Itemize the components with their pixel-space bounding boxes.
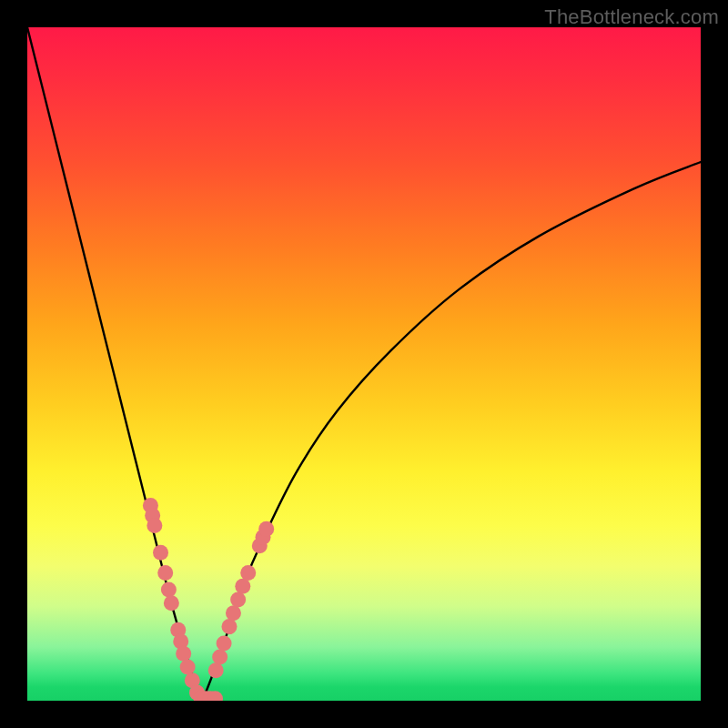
chart-root: TheBottleneck.com [0, 0, 728, 728]
annotation-dot [235, 579, 250, 594]
curve-right-branch [202, 162, 701, 701]
annotation-dot [208, 662, 224, 678]
plot-area [27, 27, 701, 701]
annotation-dot [222, 619, 238, 634]
annotation-dot [164, 595, 179, 611]
annotation-dot [176, 646, 191, 662]
annotation-dots [143, 498, 274, 701]
watermark-text: TheBottleneck.com [544, 5, 719, 29]
curve-layer [27, 27, 701, 701]
annotation-dot [217, 636, 232, 652]
annotation-dot [212, 649, 228, 664]
curve-paths [27, 27, 701, 701]
annotation-dot [240, 565, 256, 581]
annotation-dot [226, 605, 241, 621]
annotation-dot [180, 660, 196, 675]
annotation-dot [161, 581, 177, 597]
annotation-dot [147, 518, 162, 533]
annotation-dot [258, 521, 274, 537]
annotation-dot [157, 565, 173, 581]
annotation-dot [230, 592, 246, 608]
annotation-dot [153, 545, 168, 561]
